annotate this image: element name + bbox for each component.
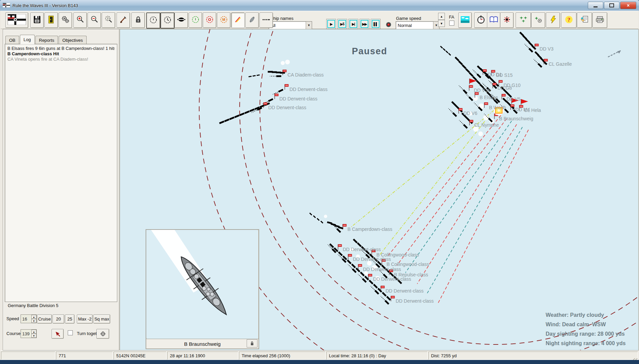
ship-label[interactable]: DD Derwent-class [363, 267, 401, 272]
fa-checkbox[interactable] [449, 21, 454, 26]
speed-increase-button[interactable]: ▲ [31, 315, 36, 319]
minimize-button[interactable] [588, 2, 603, 9]
ship-label[interactable]: DD V6 [463, 111, 477, 116]
ship-label[interactable]: B Wörth [489, 105, 506, 110]
knob-icon[interactable] [385, 21, 392, 28]
green-circle-icon [191, 15, 200, 25]
ship-ellipse-button[interactable] [175, 12, 188, 28]
aircraft-formation-button[interactable] [516, 12, 531, 28]
ship-label[interactable]: DD Derwent-class [373, 276, 411, 282]
weather-line: Wind: Dead calm WSW [546, 320, 626, 329]
mine-burst-button[interactable] [500, 12, 514, 28]
speed-preset-max--2[interactable]: Max -2 [77, 314, 93, 324]
zoom-out-button[interactable] [88, 12, 101, 28]
ship-label[interactable]: CA Diadem-class [287, 72, 324, 78]
book-button[interactable] [487, 12, 500, 28]
ship-label[interactable]: B Camperdown-class [347, 226, 392, 232]
window-title: Rule the Waves III - Version B143 [12, 3, 78, 8]
book-icon [489, 15, 498, 25]
exit-door-button[interactable] [44, 12, 58, 28]
play-5-button[interactable]: ▶5 [337, 19, 347, 29]
speed-preset-cruise[interactable]: Cruise [37, 314, 52, 324]
tab-ob[interactable]: OB [5, 36, 19, 44]
division-name: Germany Battle Division 5 [8, 303, 58, 308]
shell-splash-button[interactable] [231, 12, 245, 28]
maximize-button[interactable] [604, 2, 619, 9]
aircraft-settings-icon [534, 15, 543, 25]
tab-strip: OBLogReportsObjectives [5, 35, 87, 44]
speed-preset-25[interactable]: 25 [65, 314, 74, 324]
ship-label[interactable]: DD G8 [497, 85, 512, 91]
clock-outline-button[interactable] [146, 12, 160, 29]
speed-down-button[interactable]: ▼ [438, 20, 445, 27]
speed-preset-sq-max[interactable]: Sq max [93, 314, 110, 324]
ship-label[interactable]: CL Gazelle [549, 61, 572, 67]
ship-names-label: Ship names [270, 16, 294, 21]
clock-button[interactable] [160, 12, 175, 29]
ship-label[interactable]: DD V26 [474, 88, 490, 93]
battle-log[interactable]: B Elsass fires 9 6in guns at B Camperdow… [5, 44, 117, 302]
ship-label[interactable]: DD Derwent-class [290, 87, 328, 92]
zoom-fit-button[interactable] [102, 12, 115, 28]
green-circle-button[interactable] [189, 12, 202, 28]
window-controls: × [587, 2, 636, 9]
aircraft-settings-button[interactable] [531, 12, 545, 28]
close-icon: × [627, 3, 630, 8]
course-increase-button[interactable]: ▲ [31, 330, 36, 334]
save-icon [33, 15, 41, 25]
tab-log[interactable]: Log [20, 35, 35, 44]
course-decrease-button[interactable]: ▼ [31, 334, 36, 338]
speed-preset-20[interactable]: 20 [53, 314, 64, 324]
ship-label[interactable]: DD V5 [507, 96, 520, 102]
pause-button[interactable]: ▌▌ [371, 19, 381, 29]
report-button[interactable] [577, 12, 592, 28]
ship-label[interactable]: B Collingwood-class [387, 262, 429, 267]
dotted-line-button[interactable] [260, 12, 273, 28]
lightning-button[interactable] [546, 12, 560, 28]
ship-label[interactable]: DD V3 [540, 46, 553, 52]
log-line: CA Vineta opens fire at CA Diadem-class! [7, 57, 115, 62]
save-button[interactable] [30, 12, 44, 28]
help-button[interactable]: ? [561, 12, 577, 28]
ship-label[interactable]: DD S15 [496, 72, 513, 78]
ship-label[interactable]: CL Hela [524, 108, 541, 113]
ship-label[interactable]: B Elsass [480, 95, 498, 100]
lightning-icon [549, 15, 557, 25]
torpedo-button[interactable] [245, 12, 259, 28]
inset-caption: B Braunschweig [146, 339, 258, 348]
tab-objectives[interactable]: Objectives [59, 36, 87, 44]
german-ensign-button[interactable] [5, 12, 28, 28]
ship-label[interactable]: DD Derwent-class [343, 247, 381, 252]
play-button[interactable]: ▶ [326, 19, 336, 29]
ship-label[interactable]: DD Derwent-class [353, 256, 391, 262]
ship-label[interactable]: B Braunschweig [499, 116, 533, 121]
gun-button[interactable] [117, 12, 130, 28]
game-speed-dropdown[interactable]: Normal ▼ [396, 21, 439, 29]
stopwatch-button[interactable] [474, 12, 488, 28]
printer-button[interactable] [592, 12, 607, 28]
set-course-button[interactable] [52, 329, 64, 339]
ship-label[interactable]: DD Derwent-class [386, 288, 424, 294]
orange-m-circle-button[interactable]: M [217, 12, 231, 28]
lock-button[interactable] [131, 12, 145, 28]
aircraft-formation-icon [519, 15, 528, 25]
ship-names-dropdown[interactable]: All ▼ [269, 21, 312, 29]
tab-reports[interactable]: Reports [35, 36, 58, 44]
zoom-in-button[interactable] [73, 12, 87, 28]
gears-button[interactable] [59, 12, 72, 28]
play-step-button[interactable]: ▶| [348, 19, 358, 29]
ship-label[interactable]: DD Derwent-class [396, 298, 434, 304]
weather-button[interactable] [458, 12, 472, 28]
status-cell: Local time: 28 11:16 (0) : Day [326, 352, 428, 360]
formation-button[interactable] [96, 329, 109, 339]
close-button[interactable]: × [620, 2, 636, 9]
ship-label[interactable]: DD Derwent-class [268, 105, 306, 110]
ship-label[interactable]: CL Nymphe [474, 122, 499, 128]
red-circle-button[interactable] [203, 12, 216, 28]
turn-together-checkbox[interactable] [68, 330, 73, 335]
inset-lock-button[interactable] [247, 339, 257, 347]
ship-label[interactable]: DD Derwent-class [279, 96, 317, 101]
play-fast-button[interactable]: ▶▶ [360, 19, 369, 29]
speed-up-button[interactable]: ▲ [438, 13, 445, 20]
speed-decrease-button[interactable]: ▼ [31, 319, 36, 323]
